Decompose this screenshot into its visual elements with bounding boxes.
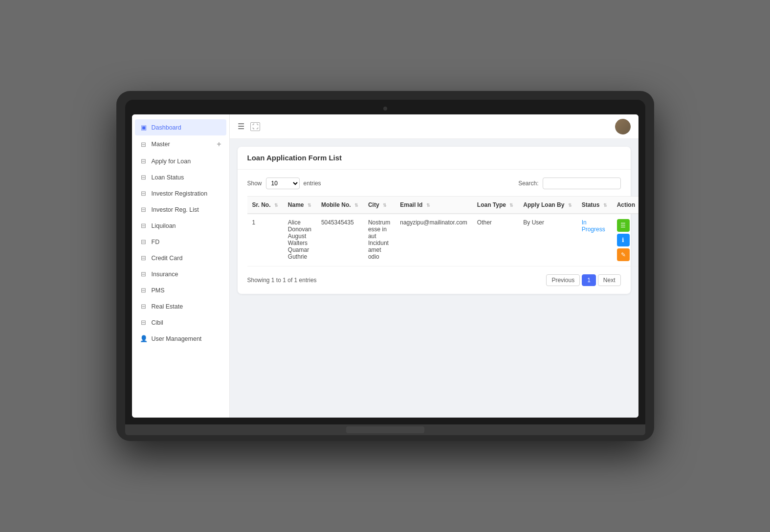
master-plus-icon[interactable]: + <box>217 140 221 149</box>
investor-reg-icon: ⊟ <box>140 190 148 197</box>
sort-sr-no-icon[interactable]: ⇅ <box>274 203 278 208</box>
pms-icon: ⊟ <box>140 287 148 294</box>
page-1-button[interactable]: 1 <box>582 274 596 286</box>
card-header: Loan Application Form List <box>238 147 631 170</box>
hamburger-icon[interactable]: ☰ <box>238 122 244 131</box>
cell-email: nagyzipu@mailinator.com <box>395 214 472 266</box>
col-sr-no: Sr. No. ⇅ <box>247 197 283 214</box>
info-button[interactable]: ℹ <box>617 234 630 246</box>
apply-loan-icon: ⊟ <box>140 157 148 165</box>
col-status: Status ⇅ <box>577 197 612 214</box>
master-icon: ⊟ <box>140 141 148 148</box>
showing-text: Showing 1 to 1 of 1 entries <box>247 277 317 284</box>
sidebar-item-real-estate[interactable]: ⊟ Real Estate <box>132 298 229 314</box>
cell-action: ☰ ℹ ✎ <box>612 214 638 266</box>
page-title: Loan Application Form List <box>247 154 342 162</box>
search-label: Search: <box>518 180 538 187</box>
sidebar-item-cibil[interactable]: ⊟ Cibil <box>132 314 229 331</box>
expand-icon[interactable]: ⛶ <box>250 122 260 131</box>
cibil-icon: ⊟ <box>140 319 148 326</box>
col-name: Name ⇅ <box>283 197 316 214</box>
real-estate-icon: ⊟ <box>140 303 148 310</box>
entries-select[interactable]: 10 25 50 100 <box>266 177 300 189</box>
sidebar: ▣ Dashboard ⊟ Master + ⊟ Apply for Loan <box>132 114 230 418</box>
credit-card-icon: ⊟ <box>140 254 148 262</box>
investor-list-icon: ⊟ <box>140 206 148 213</box>
show-entries: Show 10 25 50 100 entries <box>247 177 321 189</box>
col-loan-type: Loan Type ⇅ <box>472 197 518 214</box>
loan-application-card: Loan Application Form List Show 10 25 <box>238 147 631 294</box>
sort-mobile-icon[interactable]: ⇅ <box>354 203 358 208</box>
content-area: Loan Application Form List Show 10 25 <box>230 139 638 418</box>
avatar[interactable] <box>615 119 631 134</box>
cell-sr-no: 1 <box>247 214 283 266</box>
view-button[interactable]: ☰ <box>617 219 630 232</box>
main-content: ☰ ⛶ Loan Application Form List <box>230 114 638 418</box>
sidebar-item-user-management[interactable]: 👤 User Management <box>132 331 229 347</box>
sort-city-icon[interactable]: ⇅ <box>383 203 387 208</box>
col-action: Action ⇅ <box>612 197 638 214</box>
cell-status: In Progress <box>577 214 612 266</box>
col-apply-loan-by: Apply Loan By ⇅ <box>518 197 576 214</box>
fd-icon: ⊟ <box>140 238 148 245</box>
data-table: Sr. No. ⇅ Name ⇅ Mobile No. <box>247 196 638 266</box>
table-controls: Show 10 25 50 100 entries <box>247 177 621 189</box>
loan-status-icon: ⊟ <box>140 174 148 181</box>
card-body: Show 10 25 50 100 entries <box>238 170 631 294</box>
user-management-icon: 👤 <box>140 335 148 342</box>
liquiloan-icon: ⊟ <box>140 222 148 229</box>
pagination-bar: Showing 1 to 1 of 1 entries Previous 1 N… <box>247 274 621 286</box>
sidebar-item-pms[interactable]: ⊟ PMS <box>132 282 229 298</box>
sort-email-icon[interactable]: ⇅ <box>426 203 430 208</box>
sort-apply-loan-icon[interactable]: ⇅ <box>568 203 572 208</box>
sidebar-item-insurance[interactable]: ⊟ Insurance <box>132 266 229 282</box>
sort-status-icon[interactable]: ⇅ <box>603 203 607 208</box>
cell-loan-type: Other <box>472 214 518 266</box>
dashboard-icon: ▣ <box>140 124 148 131</box>
sort-name-icon[interactable]: ⇅ <box>308 203 311 208</box>
sidebar-item-master[interactable]: ⊟ Master + <box>132 135 229 153</box>
sort-loan-type-icon[interactable]: ⇅ <box>509 203 513 208</box>
sidebar-item-investor-registration[interactable]: ⊟ Investor Registration <box>132 185 229 201</box>
sidebar-item-apply-for-loan[interactable]: ⊟ Apply for Loan <box>132 153 229 169</box>
edit-button[interactable]: ✎ <box>617 248 630 261</box>
search-box: Search: <box>518 177 620 189</box>
sidebar-item-credit-card[interactable]: ⊟ Credit Card <box>132 250 229 266</box>
cell-mobile-no: 5045345435 <box>316 214 363 266</box>
sidebar-item-investor-reg-list[interactable]: ⊟ Investor Reg. List <box>132 201 229 218</box>
next-button[interactable]: Next <box>598 274 621 286</box>
col-city: City ⇅ <box>363 197 395 214</box>
trackpad <box>346 426 424 433</box>
topbar: ☰ ⛶ <box>230 114 638 139</box>
sidebar-item-loan-status[interactable]: ⊟ Loan Status <box>132 169 229 185</box>
pagination-buttons: Previous 1 Next <box>546 274 620 286</box>
previous-button[interactable]: Previous <box>546 274 580 286</box>
table-row: 1 Alice Donovan August Walters Quamar Gu… <box>247 214 638 266</box>
sidebar-item-liquiloan[interactable]: ⊟ Liquiloan <box>132 218 229 234</box>
cell-city: Nostrum esse in aut Incidunt amet odio <box>363 214 395 266</box>
col-email: Email Id ⇅ <box>395 197 472 214</box>
topbar-left: ☰ ⛶ <box>238 122 260 131</box>
col-mobile-no: Mobile No. ⇅ <box>316 197 363 214</box>
sidebar-item-fd[interactable]: ⊟ FD <box>132 234 229 250</box>
cell-apply-loan-by: By User <box>518 214 576 266</box>
insurance-icon: ⊟ <box>140 270 148 278</box>
cell-name: Alice Donovan August Walters Quamar Guth… <box>283 214 316 266</box>
search-input[interactable] <box>543 177 621 189</box>
sidebar-item-dashboard[interactable]: ▣ Dashboard <box>135 119 226 135</box>
